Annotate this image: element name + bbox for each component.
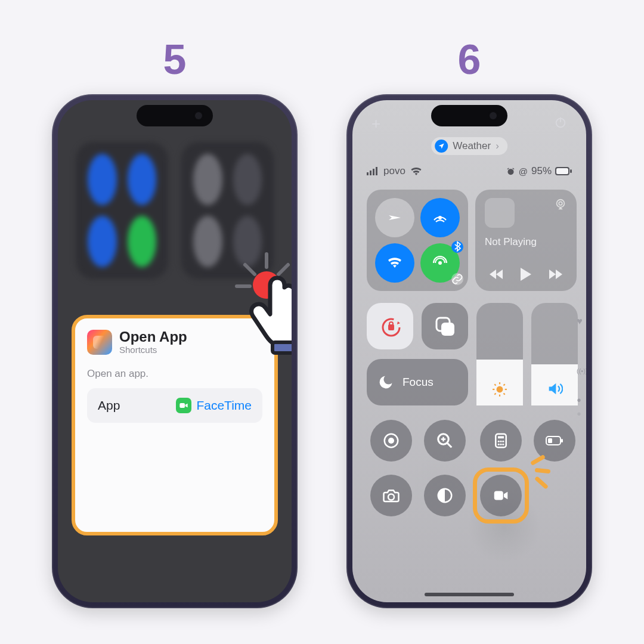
svg-rect-26 <box>441 323 454 336</box>
widget-block <box>76 142 168 279</box>
wifi-button[interactable] <box>375 243 414 283</box>
low-power-mode-button[interactable] <box>534 420 575 462</box>
phone-6-screen: + Weather › povo <box>352 100 586 602</box>
focus-label: Focus <box>402 376 434 389</box>
popup-description: Open an app. <box>87 368 262 380</box>
weather-label: Weather <box>453 140 491 152</box>
svg-point-53 <box>388 494 394 500</box>
camera-button[interactable] <box>370 475 412 516</box>
phone-frame-6: + Weather › povo <box>346 94 592 608</box>
airplay-icon[interactable] <box>554 198 567 213</box>
svg-line-34 <box>494 394 496 395</box>
svg-line-3 <box>278 265 288 274</box>
svg-rect-24 <box>389 322 393 326</box>
now-playing-label: Not Playing <box>485 236 537 248</box>
play-button[interactable] <box>519 267 532 281</box>
svg-point-49 <box>502 444 504 445</box>
lock-orientation-status-icon: @ <box>519 166 528 177</box>
weather-pill[interactable]: Weather › <box>431 137 507 155</box>
link-badge-icon <box>451 273 463 285</box>
svg-line-35 <box>504 384 505 385</box>
svg-rect-52 <box>548 438 552 443</box>
selected-app-name: FaceTime <box>196 398 252 413</box>
home-indicator[interactable] <box>425 593 514 596</box>
screen-mirroring-button[interactable] <box>422 303 468 349</box>
orientation-lock-button[interactable] <box>367 303 413 349</box>
calculator-button[interactable] <box>480 420 522 462</box>
step-6-column: 6 + Weather › <box>346 36 592 644</box>
cellular-data-button[interactable] <box>420 243 460 283</box>
next-track-button[interactable] <box>548 269 562 280</box>
magnifier-button[interactable] <box>424 420 466 462</box>
svg-rect-43 <box>498 436 504 439</box>
battery-icon <box>555 167 572 175</box>
app-row[interactable]: App FaceTime <box>87 388 262 423</box>
phone-frame-5: Open App Shortcuts Open an app. App Face… <box>52 94 298 608</box>
svg-rect-10 <box>367 172 369 175</box>
add-control-button[interactable]: + <box>371 114 380 133</box>
open-app-popup[interactable]: Open App Shortcuts Open an app. App Face… <box>72 315 278 535</box>
svg-point-47 <box>498 444 500 445</box>
status-bar: povo @ 95% <box>367 165 572 178</box>
step-number-6: 6 <box>458 36 481 83</box>
brightness-icon <box>476 382 523 397</box>
volume-icon <box>531 380 578 397</box>
airplane-mode-button[interactable] <box>375 198 414 237</box>
svg-rect-17 <box>556 168 568 174</box>
volume-slider[interactable] <box>531 303 578 405</box>
svg-point-27 <box>497 386 503 393</box>
popup-subtitle: Shortcuts <box>119 345 187 355</box>
battery-percentage: 95% <box>531 165 552 177</box>
svg-line-33 <box>504 394 505 395</box>
moon-icon <box>377 374 394 391</box>
favorites-page-icon[interactable]: ♥ <box>577 316 583 327</box>
dynamic-island <box>137 105 213 126</box>
focus-button[interactable]: Focus <box>367 359 468 405</box>
blurred-widgets <box>76 142 274 279</box>
svg-rect-0 <box>180 403 185 408</box>
svg-point-21 <box>559 202 562 205</box>
app-row-value[interactable]: FaceTime <box>176 398 252 413</box>
svg-line-39 <box>447 443 452 448</box>
phone-5-screen: Open App Shortcuts Open an app. App Face… <box>58 100 292 602</box>
bluetooth-badge-icon <box>451 241 463 253</box>
previous-track-button[interactable] <box>490 269 504 280</box>
screen-record-button[interactable] <box>370 420 412 462</box>
media-playback-group[interactable]: Not Playing <box>475 190 577 291</box>
highlight-ring <box>473 467 529 524</box>
svg-rect-12 <box>373 169 374 175</box>
chevron-right-icon: › <box>496 140 499 152</box>
wifi-icon <box>410 167 422 175</box>
svg-point-46 <box>502 441 504 442</box>
dark-mode-button[interactable] <box>424 475 466 516</box>
power-button[interactable] <box>554 116 567 131</box>
svg-point-20 <box>557 200 565 208</box>
svg-rect-16 <box>570 169 572 173</box>
app-row-label: App <box>98 398 120 413</box>
widget-block <box>181 142 274 279</box>
svg-point-48 <box>500 444 502 445</box>
popup-header: Open App Shortcuts <box>87 329 262 355</box>
connectivity-group[interactable] <box>367 190 468 291</box>
svg-point-14 <box>507 169 513 175</box>
brightness-slider[interactable] <box>476 303 523 405</box>
page-dots[interactable]: •• <box>577 394 583 421</box>
svg-line-32 <box>494 384 496 385</box>
svg-rect-11 <box>370 171 371 175</box>
airdrop-button[interactable] <box>420 198 460 237</box>
step-number-5: 5 <box>163 36 187 83</box>
album-art-placeholder <box>485 198 515 228</box>
svg-point-19 <box>438 261 442 265</box>
location-icon <box>435 140 448 153</box>
svg-point-44 <box>498 441 500 442</box>
control-center: Not Playing <box>367 190 572 588</box>
alarm-icon <box>506 167 515 176</box>
svg-point-45 <box>500 441 502 442</box>
svg-point-37 <box>388 438 394 444</box>
cellular-signal-icon <box>367 167 379 175</box>
dynamic-island <box>431 105 507 126</box>
carrier-name: povo <box>383 165 405 177</box>
shortcuts-app-icon <box>87 330 112 355</box>
svg-rect-13 <box>376 167 377 175</box>
connectivity-page-icon[interactable]: ((•)) <box>577 367 583 374</box>
